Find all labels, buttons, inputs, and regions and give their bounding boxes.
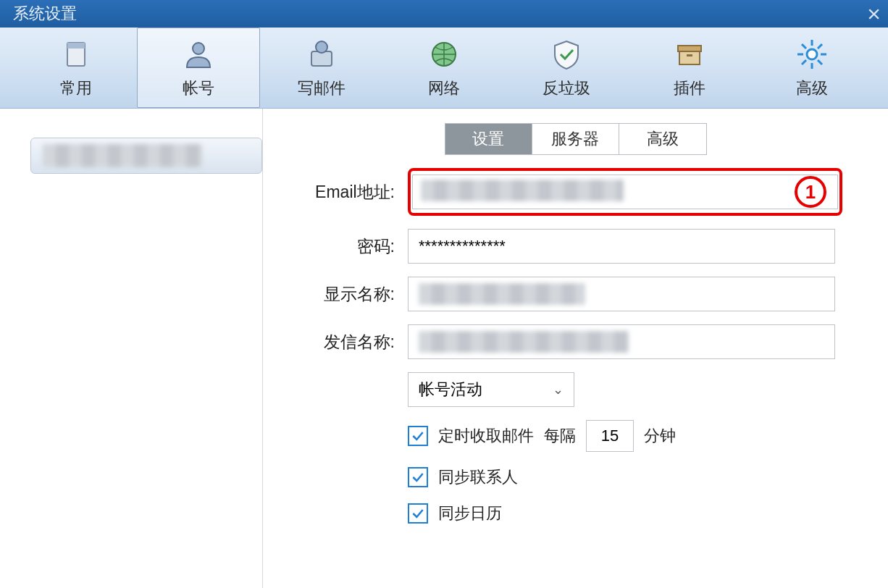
fetch-scheduled-label: 定时收取邮件 <box>438 425 534 447</box>
toolbar-label: 写邮件 <box>298 77 345 99</box>
sync-calendar-label: 同步日历 <box>438 503 502 524</box>
close-icon[interactable]: × <box>867 1 881 28</box>
toolbar-item-antispam[interactable]: 反垃圾 <box>506 28 628 108</box>
svg-point-4 <box>316 41 327 53</box>
redacted-account-name <box>43 144 202 167</box>
sender-name-input[interactable] <box>408 324 835 359</box>
tab-settings[interactable]: 设置 <box>445 124 532 154</box>
redacted-display-name <box>419 283 585 305</box>
account-settings-panel: 设置 服务器 高级 Email地址: 1 密码: 显示名称: <box>263 109 888 588</box>
toolbar-item-general[interactable]: 常用 <box>14 28 137 108</box>
compose-icon <box>304 37 339 72</box>
account-status-select[interactable]: 帐号活动 ⌄ <box>408 372 574 407</box>
chevron-down-icon: ⌄ <box>553 382 564 398</box>
window-icon <box>59 37 93 72</box>
toolbar-label: 高级 <box>796 77 828 99</box>
toolbar-label: 常用 <box>60 77 92 99</box>
email-label: Email地址: <box>285 181 408 203</box>
svg-line-16 <box>818 44 822 49</box>
toolbar-label: 插件 <box>674 77 705 99</box>
svg-line-14 <box>802 44 806 49</box>
toolbar-item-compose[interactable]: 写邮件 <box>260 28 382 108</box>
svg-rect-8 <box>687 54 692 56</box>
annotation-marker: 1 <box>795 176 826 208</box>
window-title: 系统设置 <box>13 3 77 25</box>
toolbar-item-advanced[interactable]: 高级 <box>751 28 874 108</box>
svg-line-15 <box>818 60 822 64</box>
account-list-item[interactable] <box>30 138 262 174</box>
select-value: 帐号活动 <box>419 379 482 400</box>
toolbar-label: 网络 <box>428 77 460 99</box>
password-input[interactable] <box>408 229 835 264</box>
display-name-label: 显示名称: <box>285 283 408 306</box>
globe-icon <box>427 37 461 72</box>
tab-advanced[interactable]: 高级 <box>619 124 706 154</box>
fetch-scheduled-checkbox[interactable] <box>408 426 428 446</box>
toolbar-item-account[interactable]: 帐号 <box>137 28 259 108</box>
titlebar: 系统设置 × <box>0 0 888 28</box>
tab-server[interactable]: 服务器 <box>532 124 619 154</box>
account-sidebar <box>0 109 263 588</box>
sync-calendar-checkbox[interactable] <box>408 503 428 524</box>
redacted-sender-name <box>419 331 629 353</box>
toolbar: 常用 帐号 写邮件 网络 反垃圾 插件 高级 <box>0 28 888 109</box>
svg-line-17 <box>802 60 806 64</box>
toolbar-item-plugins[interactable]: 插件 <box>628 28 750 108</box>
shield-icon <box>549 37 584 72</box>
gear-icon <box>795 37 829 72</box>
email-highlight-annotation: 1 <box>408 168 842 216</box>
archive-icon <box>672 37 707 72</box>
svg-point-9 <box>807 49 817 59</box>
body: 设置 服务器 高级 Email地址: 1 密码: 显示名称: <box>0 109 888 588</box>
svg-rect-6 <box>678 46 701 51</box>
toolbar-item-network[interactable]: 网络 <box>382 28 505 108</box>
redacted-email <box>421 180 624 201</box>
svg-rect-1 <box>67 43 85 49</box>
toolbar-label: 帐号 <box>183 77 214 99</box>
toolbar-label: 反垃圾 <box>543 77 590 99</box>
sync-contacts-label: 同步联系人 <box>438 466 518 488</box>
sync-contacts-checkbox[interactable] <box>408 467 428 487</box>
display-name-input[interactable] <box>408 277 835 311</box>
interval-prefix: 每隔 <box>544 425 576 447</box>
password-label: 密码: <box>285 235 408 258</box>
sender-name-label: 发信名称: <box>285 331 408 353</box>
settings-tabs: 设置 服务器 高级 <box>285 123 866 155</box>
svg-rect-7 <box>679 51 700 64</box>
svg-point-2 <box>193 43 204 54</box>
interval-suffix: 分钟 <box>644 425 676 447</box>
person-icon <box>181 37 216 72</box>
fetch-interval-input[interactable] <box>586 420 634 452</box>
